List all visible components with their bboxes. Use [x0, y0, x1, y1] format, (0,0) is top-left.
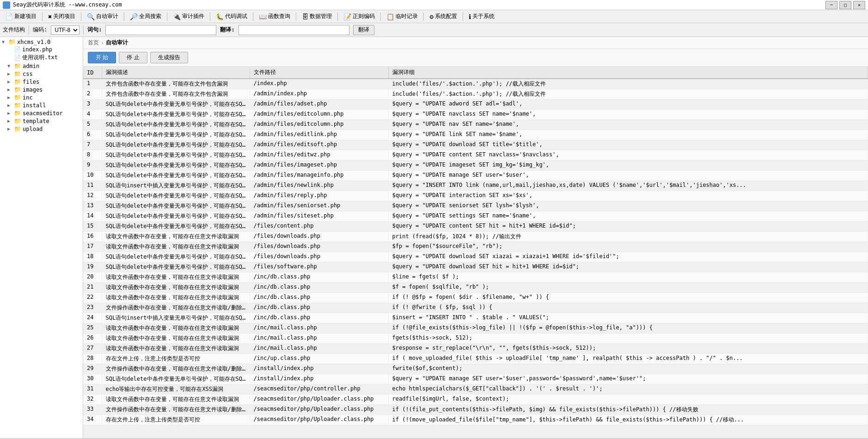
auto-audit-label: 自动审计 — [96, 12, 118, 20]
table-row[interactable]: 32 读取文件函数中存在变量，可能存在任意文件读取漏洞 /seacmsedito… — [83, 395, 868, 405]
cell-desc: 读取文件函数中存在变量，可能存在任意文件读取漏洞 — [102, 232, 250, 242]
table-row[interactable]: 23 文件操作函数中存在变量，可能存在任意文件读取/删除/修... /inc/d… — [83, 303, 868, 313]
table-row[interactable]: 34 存在文件上传，注意上传类型是否可控 /seacmseditor/php/U… — [83, 415, 868, 425]
cell-path: /inc/db.class.php — [250, 293, 388, 303]
sidebar-item-index-php[interactable]: 📄index.php — [0, 46, 83, 53]
menu-item-sys-config[interactable]: ⚙系统配置 — [426, 11, 460, 22]
table-row[interactable]: 17 读取文件函数中存在变量，可能存在任意文件读取漏洞 /files/downl… — [83, 242, 868, 252]
cell-path: /files/downloads.php — [250, 242, 388, 252]
folder-icon: 📁 — [14, 70, 21, 77]
table-row[interactable]: 15 SQL语句delete中条件变量无单引号保护，可能存在SQL注入漏洞 /f… — [83, 222, 868, 232]
sidebar-item-files[interactable]: ▶📁files — [0, 78, 83, 86]
table-row[interactable]: 22 读取文件函数中存在变量，可能存在任意文件读取漏洞 /inc/db.clas… — [83, 293, 868, 303]
cell-id: 21 — [83, 283, 102, 293]
table-row[interactable]: 26 读取文件函数中存在变量，可能存在任意文件读取漏洞 /inc/mail.cl… — [83, 334, 868, 344]
cell-id: 2 — [83, 89, 102, 99]
cell-path: /inc/db.class.php — [250, 272, 388, 283]
sidebar-item-install[interactable]: ▶📁install — [0, 101, 83, 109]
minimize-button[interactable]: ─ — [825, 1, 837, 9]
menu-item-audit-plugin[interactable]: 🔌审计插件 — [170, 11, 208, 22]
report-button[interactable]: 生成报告 — [150, 52, 188, 63]
cell-detail: $query = "UPDATE navclass SET name='$nam… — [388, 110, 868, 120]
sidebar-item-upload[interactable]: ▶📁upload — [0, 125, 83, 133]
table-row[interactable]: 31 echo等输出中存在可控变量，可能存在XSS漏洞 /seacmsedito… — [83, 384, 868, 395]
menu-separator — [42, 12, 43, 21]
cell-id: 25 — [83, 323, 102, 334]
menu-item-close-project[interactable]: ✖关闭项目 — [45, 11, 79, 22]
table-row[interactable]: 10 SQL语句delete中条件变量无单引号保护，可能存在SQL注入漏洞 /a… — [83, 171, 868, 181]
menu-item-auto-audit[interactable]: 🔍自动审计 — [84, 11, 122, 22]
sidebar-item-inc[interactable]: ▶📁inc — [0, 93, 83, 101]
cell-path: /admin/files/editwz.php — [250, 150, 388, 161]
search-input[interactable] — [105, 25, 216, 35]
sidebar-item-label: css — [23, 71, 33, 77]
table-row[interactable]: 19 SQL语句delete中条件变量无单引号保护，可能存在SQL注入漏洞 /f… — [83, 262, 868, 272]
menu-item-temp-record[interactable]: 📋临时记录 — [383, 11, 421, 22]
sidebar-item-label: xhcms_v1.0 — [17, 39, 50, 45]
folder-icon: 📁 — [14, 94, 21, 101]
stop-button[interactable]: 停 止 — [119, 52, 147, 63]
table-row[interactable]: 6 SQL语句delete中条件变量无单引号保护，可能存在SQL注入漏洞 /ad… — [83, 130, 868, 140]
table-row[interactable]: 12 SQL语句delete中条件变量无单引号保护，可能存在SQL注入漏洞 /a… — [83, 191, 868, 201]
sidebar-item-root[interactable]: ▼📁xhcms_v1.0 — [0, 38, 83, 46]
table-row[interactable]: 8 SQL语句delete中条件变量无单引号保护，可能存在SQL注入漏洞 /ad… — [83, 150, 868, 161]
sidebar-item-readme-txt[interactable]: 📄使用说明.txt — [0, 53, 83, 62]
file-tree: ▼📁xhcms_v1.0 📄index.php 📄使用说明.txt▼📁admin… — [0, 37, 83, 134]
cell-detail: $query = "UPDATE download SET xiazai = x… — [388, 252, 868, 262]
table-row[interactable]: 24 SQL语句insert中插入变量无单引号保护，可能存在SQL注入漏洞 /i… — [83, 313, 868, 323]
menu-item-regex-encode[interactable]: 📝正则编码 — [340, 11, 378, 22]
cell-id: 16 — [83, 232, 102, 242]
cell-id: 12 — [83, 191, 102, 201]
table-row[interactable]: 28 存在文件上传，注意上传类型是否可控 /inc/up.class.php i… — [83, 354, 868, 364]
breadcrumb-home[interactable]: 首页 — [88, 39, 99, 47]
table-row[interactable]: 3 SQL语句delete中条件变量无单引号保护，可能存在SQL注入漏洞 /ad… — [83, 99, 868, 110]
table-row[interactable]: 25 读取文件函数中存在变量，可能存在任意文件读取漏洞 /inc/mail.cl… — [83, 323, 868, 334]
cell-detail: $query = "UPDATE nav SET name='$name', — [388, 120, 868, 130]
table-row[interactable]: 14 SQL语句delete中条件变量无单引号保护，可能存在SQL注入漏洞 /a… — [83, 211, 868, 222]
table-row[interactable]: 29 文件操作函数中存在变量，可能存在任意文件读取/删除/修... /insta… — [83, 364, 868, 374]
menu-item-data-manage[interactable]: 🗄数据管理 — [299, 11, 335, 22]
start-button[interactable]: 开 始 — [88, 52, 116, 63]
menu-item-about[interactable]: ℹ关于系统 — [465, 11, 498, 22]
table-row[interactable]: 33 文件操作函数中存在变量，可能存在任意文件读取/删除/修... /seacm… — [83, 405, 868, 415]
table-row[interactable]: 1 文件包含函数中存在变量，可能存在文件包含漏洞 /index.php incl… — [83, 79, 868, 89]
table-row[interactable]: 13 SQL语句delete中条件变量无单引号保护，可能存在SQL注入漏洞 /a… — [83, 201, 868, 211]
table-row[interactable]: 20 读取文件函数中存在变量，可能存在任意文件读取漏洞 /inc/db.clas… — [83, 272, 868, 283]
table-row[interactable]: 16 读取文件函数中存在变量，可能存在任意文件读取漏洞 /files/downl… — [83, 232, 868, 242]
menu-item-global-search[interactable]: 🔎全局搜索 — [127, 11, 165, 22]
table-row[interactable]: 21 读取文件函数中存在变量，可能存在任意文件读取漏洞 /inc/db.clas… — [83, 283, 868, 293]
table-row[interactable]: 18 SQL语句delete中条件变量无单引号保护，可能存在SQL注入漏洞 /f… — [83, 252, 868, 262]
sidebar-item-admin[interactable]: ▼📁admin — [0, 62, 83, 70]
table-row[interactable]: 27 读取文件函数中存在变量，可能存在任意文件读取漏洞 /inc/mail.cl… — [83, 344, 868, 354]
menu-item-func-query[interactable]: 📖函数查询 — [256, 11, 293, 22]
cell-id: 11 — [83, 181, 102, 191]
cell-id: 30 — [83, 374, 102, 384]
table-row[interactable]: 7 SQL语句delete中条件变量无单引号保护，可能存在SQL注入漏洞 /ad… — [83, 140, 868, 150]
menu-item-new-project[interactable]: 📄新建项目 — [2, 11, 40, 22]
file-icon: 📄 — [14, 46, 21, 53]
encoding-select[interactable]: UTF-8 GBK — [51, 25, 79, 35]
table-row[interactable]: 4 SQL语句delete中条件变量无单引号保护，可能存在SQL注入漏洞 /ad… — [83, 110, 868, 120]
sidebar-item-seacmseditor[interactable]: ▶📁seacmseditor — [0, 109, 83, 117]
cell-id: 13 — [83, 201, 102, 211]
table-header-row: ID 漏洞描述 文件路径 漏洞详细 — [83, 67, 868, 79]
close-button[interactable]: ✕ — [853, 1, 865, 9]
translate-button[interactable]: 翻译 — [353, 25, 374, 35]
table-row[interactable]: 5 SQL语句delete中条件变量无单引号保护，可能存在SQL注入漏洞 /ad… — [83, 120, 868, 130]
cell-desc: 文件操作函数中存在变量，可能存在任意文件读取/删除/修... — [102, 364, 250, 374]
sidebar-item-css[interactable]: ▶📁css — [0, 70, 83, 78]
translate-input[interactable] — [238, 25, 349, 35]
sidebar-item-images[interactable]: ▶📁images — [0, 86, 83, 93]
table-row[interactable]: 30 SQL语句delete中条件变量无单引号保护，可能存在SQL注入漏洞 /i… — [83, 374, 868, 384]
menu-item-code-debug[interactable]: 🐛代码调试 — [213, 11, 251, 22]
sidebar-item-template[interactable]: ▶📁template — [0, 117, 83, 125]
code-debug-label: 代码调试 — [225, 12, 247, 20]
table-body: 1 文件包含函数中存在变量，可能存在文件包含漏洞 /index.php incl… — [83, 79, 868, 425]
table-row[interactable]: 2 文件包含函数中存在变量，可能存在文件包含漏洞 /admin/index.ph… — [83, 89, 868, 99]
menu-separator — [380, 12, 381, 21]
table-row[interactable]: 9 SQL语句delete中条件变量无单引号保护，可能存在SQL注入漏洞 /ad… — [83, 161, 868, 171]
table-row[interactable]: 11 SQL语句insert中插入变量无单引号保护，可能存在SQL注入漏洞 /a… — [83, 181, 868, 191]
maximize-button[interactable]: □ — [839, 1, 851, 9]
cell-id: 32 — [83, 395, 102, 405]
cell-path: /index.php — [250, 79, 388, 89]
